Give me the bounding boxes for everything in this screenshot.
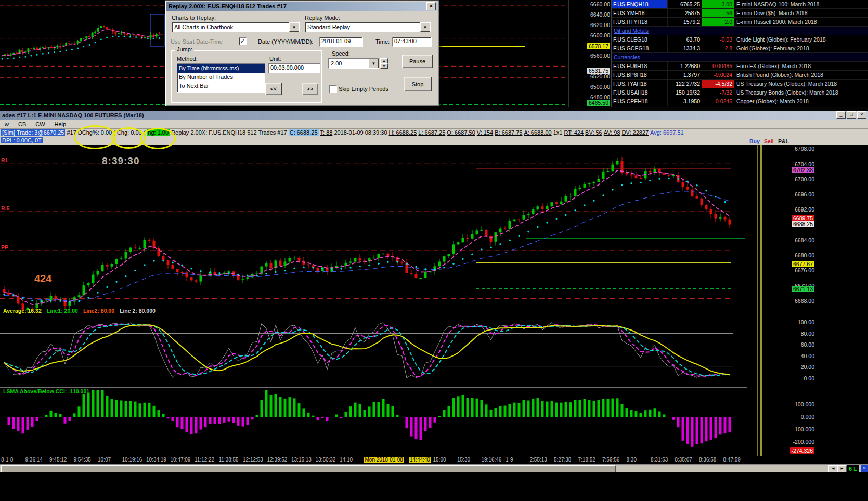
close-icon[interactable]: × <box>857 111 866 119</box>
sell-column-header[interactable]: Sell <box>764 138 774 144</box>
scroll-left-icon[interactable]: ◄ <box>828 465 838 472</box>
window-titlebar[interactable]: ades #17 L:1 E-MINI NASDAQ 100 FUTURES (… <box>0 111 868 120</box>
chart-stat[interactable]: BV: 56 <box>585 129 602 136</box>
scrollbar-thumb[interactable] <box>1 465 616 472</box>
chart-stat[interactable]: V: 154 <box>477 129 493 136</box>
trade-count-annotation: 424 <box>34 273 51 285</box>
stop-button[interactable]: Stop <box>404 77 432 91</box>
chart-stat[interactable]: T: 88 <box>320 129 333 136</box>
time-axis-label: 8-1-8 <box>1 457 13 463</box>
scroll-right-icon[interactable]: ► <box>837 465 847 472</box>
volume-strip <box>757 145 758 456</box>
chart-stat[interactable]: A: 6688.00 <box>524 129 551 136</box>
pause-button[interactable]: Pause <box>402 55 433 68</box>
chevron-down-icon[interactable]: ▼ <box>369 59 379 68</box>
menu-item-cb[interactable]: CB <box>14 121 31 127</box>
method-option[interactable]: By Time (hh:mm:ss.ms) <box>177 64 265 73</box>
quote-row[interactable]: F.US.ENQH186765.253.00E-mini NASDAQ-100:… <box>612 0 868 9</box>
dialog-title: Replay 2.00X: F.US.ENQH18 512 Trades #17 <box>169 3 287 9</box>
chart-stat[interactable]: O: 6687.50 <box>447 129 475 136</box>
spin-up-icon[interactable]: ▲ <box>380 58 388 63</box>
menu-item-cw[interactable]: CW <box>31 121 49 127</box>
speed-spinner[interactable]: ▲ ▼ <box>380 58 388 69</box>
charts-to-replay-value: All Charts in Chartbook <box>172 24 289 30</box>
quote-last: 1579.2 <box>668 18 702 26</box>
quote-row[interactable]: F.US.EU6H181.22680-0.00485Euro FX (Globe… <box>612 62 868 71</box>
chart-stat[interactable]: RT: 424 <box>564 129 584 136</box>
jump-forward-button[interactable]: >> <box>302 83 318 95</box>
chart-status-badge: 6 L <box>847 465 859 473</box>
price-scale-label: 6660.00 <box>590 1 610 7</box>
dialog-titlebar[interactable]: Replay 2.00X: F.US.ENQH18 512 Trades #17… <box>166 2 438 11</box>
quote-row[interactable]: F.US.BP6H181.3797-0.0024British Pound (G… <box>612 71 868 80</box>
jump-group-label: Jump: <box>175 46 194 52</box>
quote-row[interactable]: F.US.TYAH18122 27/32-4.5/32US Treasury N… <box>612 80 868 88</box>
chart-stat[interactable]: DV: 22827 <box>622 129 649 136</box>
price-scale-label: 6465.50 <box>587 100 610 106</box>
quote-last: 6765.25 <box>668 0 702 8</box>
price-scale-label: 6680.00 <box>795 252 814 258</box>
menu-item-w[interactable]: w <box>0 121 14 127</box>
date-field[interactable]: 2018-01-09 <box>319 37 363 47</box>
buy-column-header[interactable]: Buy <box>749 138 760 144</box>
stoch-scale-label: 60.00 <box>801 341 814 348</box>
chart-stat: #17 <box>67 129 76 136</box>
chart-stat[interactable]: H: 6688.25 <box>389 129 417 136</box>
method-option[interactable]: By Number of Trades <box>177 73 265 82</box>
chevron-down-icon[interactable]: ▼ <box>420 22 430 32</box>
replay-mode-select[interactable]: Standard Replay ▼ <box>305 22 431 32</box>
price-scale-label: 6692.00 <box>795 206 814 213</box>
time-axis-label: 10:47:09 <box>171 457 191 463</box>
stoch-scale-label: 80.00 <box>801 331 814 337</box>
quote-row[interactable]: F.US.YMH182587556E-mini Dow ($5): March … <box>612 9 868 18</box>
volume-strip <box>760 145 762 456</box>
horizontal-scrollbar[interactable]: ◄ ► 6 L » <box>0 464 868 472</box>
price-scale-label: 6531.75 <box>587 68 610 74</box>
chart-region[interactable]: 6708.006704.006700.006696.006692.006684.… <box>0 145 868 456</box>
maximize-icon[interactable]: □ <box>847 111 856 119</box>
time-axis-label: 15:00 <box>433 457 446 463</box>
time-field[interactable]: 07:43:00 <box>392 37 432 47</box>
spin-down-icon[interactable]: ▼ <box>380 63 388 69</box>
time-axis[interactable]: 8-1-89:36:149:45:129:54:3510:0710:19:161… <box>0 456 868 464</box>
minimize-icon[interactable]: _ <box>836 111 846 119</box>
quote-row[interactable]: F.US.CPEH183.1950-0.0245Copper (Globex):… <box>612 97 868 106</box>
quote-description: Crude Light (Globex): February 2018 <box>734 35 868 44</box>
quote-last: 150 19/32 <box>668 88 702 97</box>
price-scale-label: 6620.00 <box>590 22 610 28</box>
price-scale-label: 6560.00 <box>590 52 610 59</box>
indicator-label: Average: 16.32 <box>3 308 42 314</box>
quote-row[interactable]: F.US.USAH18150 19/32-7/32US Treasury Bon… <box>612 88 868 97</box>
time-axis-label: 11:38:55 <box>219 457 239 463</box>
skip-empty-checkbox[interactable] <box>329 85 337 93</box>
charts-to-replay-select[interactable]: All Charts in Chartbook ▼ <box>172 22 300 32</box>
quote-last: 1.22680 <box>668 62 702 70</box>
speed-select[interactable]: 2.00 ▼ <box>328 58 379 69</box>
chart-stat[interactable]: B: 6687.75 <box>495 129 522 136</box>
jump-back-button[interactable]: << <box>265 83 282 95</box>
menu-item-help[interactable]: Help <box>50 121 71 127</box>
replay-mode-value: Standard Replay <box>305 24 420 30</box>
time-axis-label: 15:30 <box>457 457 470 463</box>
close-icon[interactable]: × <box>426 2 436 10</box>
price-scale[interactable]: 6708.006704.006700.006696.006692.006684.… <box>786 145 816 456</box>
method-option[interactable]: To Next Bar <box>177 82 265 90</box>
cci-scale-label: -200.000 <box>793 439 814 445</box>
price-scale-label: 6708.00 <box>795 146 814 152</box>
price-scale-label: 6696.00 <box>795 191 814 197</box>
quote-row[interactable]: F.US.RTYH181579.22.0E-mini Russell 2000:… <box>612 18 868 27</box>
quote-row[interactable]: F.US.CLEG1863.70-0.03Crude Light (Globex… <box>612 35 868 44</box>
price-chart-canvas[interactable] <box>0 145 747 456</box>
quote-row[interactable]: F.US.GCEG181334.3-2.8Gold (Globex): Febr… <box>612 44 868 53</box>
chart-stat: Replay 2.00X: F.US.ENQH18 512 Trades #17 <box>171 129 287 136</box>
chart-stat[interactable]: AV: 98 <box>604 129 620 136</box>
chart-stat: Chg: 0.00 ( <box>117 129 145 136</box>
use-start-checkbox[interactable]: ✓ <box>239 37 247 45</box>
scroll-corner-icon[interactable]: » <box>861 465 868 472</box>
top-chart-price-scale[interactable]: 6660.006640.006620.006600.006578.176560.… <box>568 0 612 107</box>
quote-symbol: F.US.TYAH18 <box>612 80 668 88</box>
method-listbox[interactable]: By Time (hh:mm:ss.ms)By Number of Trades… <box>177 63 265 93</box>
unit-field[interactable]: 00:03:00.000 <box>268 63 320 73</box>
chevron-down-icon[interactable]: ▼ <box>289 22 299 32</box>
chart-stat[interactable]: L: 6687.25 <box>418 129 445 136</box>
